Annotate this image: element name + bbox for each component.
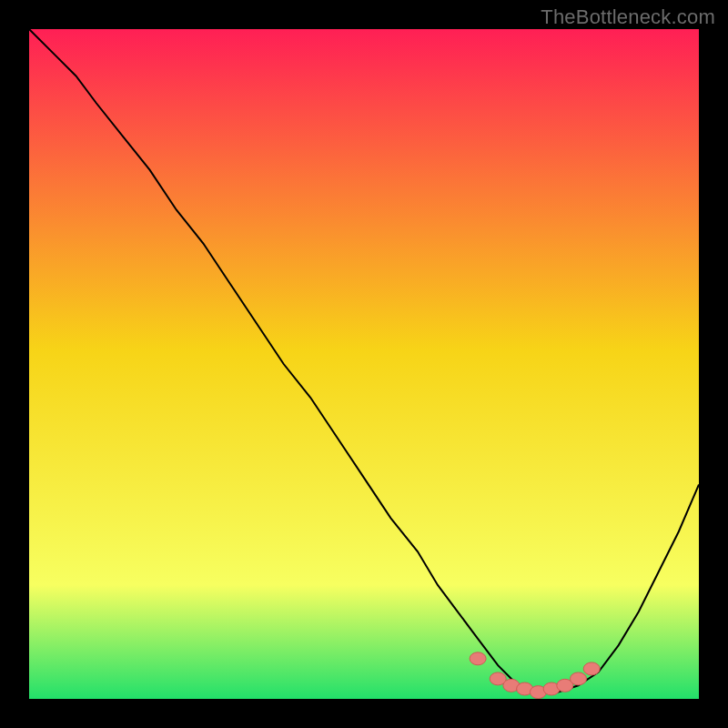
plot-area: [29, 29, 699, 699]
marker-dot: [583, 662, 600, 675]
gradient-background: [29, 29, 699, 699]
chart-frame: TheBottleneck.com: [0, 0, 728, 728]
bottleneck-chart: [29, 29, 699, 699]
marker-dot: [470, 652, 486, 665]
marker-dot: [571, 672, 587, 685]
watermark-text: TheBottleneck.com: [541, 5, 715, 29]
